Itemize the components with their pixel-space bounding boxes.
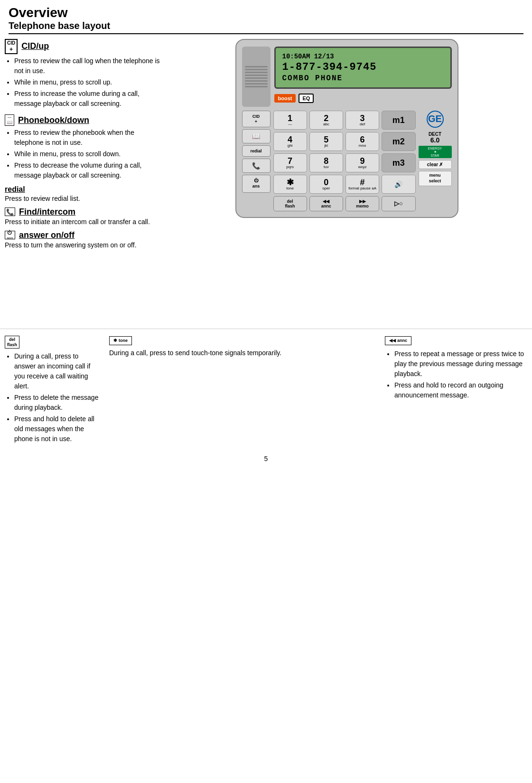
answer-label-row: ⏻ans answer on/off bbox=[5, 230, 161, 240]
clear-button[interactable]: clear ✗ bbox=[419, 160, 452, 169]
key-7-button[interactable]: 7 pqrs bbox=[273, 153, 307, 172]
phonebook-button[interactable]: 📖 bbox=[242, 129, 271, 143]
pb-bullet-2: While in menu, press to scroll down. bbox=[14, 149, 161, 159]
key-5-main: 5 bbox=[324, 135, 328, 144]
key-0-button[interactable]: 0 oper bbox=[309, 175, 343, 194]
key-6-button[interactable]: 6 mno bbox=[345, 132, 379, 151]
annc-icon-badge: ◀◀ bbox=[389, 338, 396, 343]
memo-button[interactable]: ▶▶ memo bbox=[345, 196, 379, 211]
key-8-main: 8 bbox=[324, 156, 328, 166]
annc-bullets: Press to repeat a message or press twice… bbox=[385, 349, 527, 400]
pb-bullet-1: Press to review the phonebook when the t… bbox=[14, 128, 161, 148]
key-9-main: 9 bbox=[360, 156, 365, 166]
key-hash-button[interactable]: # format pause aA bbox=[345, 175, 379, 194]
tone-label: tone bbox=[119, 338, 128, 343]
key-2-button[interactable]: 2 abc bbox=[309, 111, 343, 130]
menu-select-button[interactable]: menu select bbox=[419, 171, 452, 186]
key-1-button[interactable]: 1 — bbox=[273, 111, 307, 130]
key-3-button[interactable]: 3 def bbox=[345, 111, 379, 130]
menu-label: menu bbox=[429, 173, 440, 178]
energy-star-badge: ENERGY★STAR bbox=[419, 146, 452, 158]
key-2-main: 2 bbox=[324, 113, 328, 123]
del-bullet-3: Press and hold to delete all old message… bbox=[14, 414, 100, 444]
cid-button[interactable]: CID + bbox=[242, 111, 271, 128]
dect-badge: DECT 6.0 bbox=[419, 132, 452, 144]
play-icon: ▷○ bbox=[394, 200, 403, 207]
speaker-grill bbox=[242, 47, 271, 107]
page-header: Overview Telephone base layout bbox=[0, 0, 532, 39]
tone-description: During a call, press to send touch-tone … bbox=[109, 349, 375, 357]
ge-logo: GE bbox=[427, 111, 444, 128]
page-number: 5 bbox=[0, 455, 532, 462]
grill-line-7 bbox=[245, 83, 268, 85]
key-m1-main: m1 bbox=[392, 115, 405, 125]
left-column: CID + CID/up Press to review the call lo… bbox=[5, 39, 166, 254]
find-intercom-button[interactable]: 📞 bbox=[242, 159, 271, 173]
key-hash-sub: format pause aA bbox=[347, 187, 378, 190]
key-m1-button[interactable]: m1 bbox=[382, 111, 415, 130]
cid-bullet-1: Press to review the call log when the te… bbox=[14, 56, 161, 76]
key-speaker-button[interactable]: 🔊 bbox=[382, 175, 415, 194]
answer-heading: answer on/off bbox=[19, 230, 75, 240]
answer-icon: ⏻ans bbox=[7, 230, 13, 240]
cid-badge-top: CID bbox=[7, 40, 15, 46]
annc-badge-text: annc bbox=[397, 338, 407, 343]
key-8-button[interactable]: 8 tuv bbox=[309, 153, 343, 172]
annc-bullet-2: Press and hold to record an outgoing ann… bbox=[394, 380, 527, 400]
grill-line-2 bbox=[245, 69, 268, 70]
bottom-row: del flash ◀◀ annc ▶▶ memo bbox=[273, 196, 416, 211]
phonebook-section: — 📖 Phonebook/down Press to review the p… bbox=[5, 114, 161, 180]
phonebook-label-row: — 📖 Phonebook/down bbox=[5, 114, 161, 126]
tone-star: ✱ bbox=[113, 338, 117, 343]
page-title: Overview bbox=[9, 6, 523, 20]
find-label-row: 📞 Find/intercom bbox=[5, 207, 161, 217]
key-4-button[interactable]: 4 ghi bbox=[273, 132, 307, 151]
redial-button[interactable]: redial bbox=[242, 145, 271, 157]
cid-heading: CID/up bbox=[21, 41, 49, 51]
speaker-icon: 🔊 bbox=[394, 180, 402, 188]
boost-button[interactable]: boost bbox=[274, 94, 296, 103]
key-1-main: 1 bbox=[288, 113, 292, 123]
main-layout: CID + CID/up Press to review the call lo… bbox=[0, 39, 532, 324]
boost-eq-row: boost EQ bbox=[274, 94, 452, 103]
del-flash-button[interactable]: del flash bbox=[273, 196, 307, 211]
memo-label: memo bbox=[356, 204, 369, 208]
key-6-sub: mno bbox=[347, 144, 378, 148]
play-stop-button[interactable]: ▷○ bbox=[382, 196, 415, 211]
keypad-grid: 1 — 2 abc 3 def bbox=[273, 111, 416, 194]
key-5-button[interactable]: 5 jkl bbox=[309, 132, 343, 151]
annc-bullet-1: Press to repeat a message or press twice… bbox=[394, 349, 527, 379]
clear-icon: ✗ bbox=[439, 162, 443, 167]
key-3-sub: def bbox=[347, 123, 378, 126]
select-label: select bbox=[429, 179, 441, 183]
del-label: del bbox=[287, 199, 293, 204]
bottom-section: del flash During a call, press to answer… bbox=[0, 329, 532, 451]
grill-line-8 bbox=[245, 86, 268, 87]
annc-button[interactable]: ◀◀ annc bbox=[309, 196, 343, 211]
phonebook-badge: — 📖 bbox=[5, 114, 14, 126]
answer-button[interactable]: ⏻ ans bbox=[242, 175, 271, 192]
key-9-sub: wxyz bbox=[347, 165, 378, 169]
del-flash-bullets: During a call, press to answer an incomi… bbox=[5, 351, 100, 444]
ans-label: ans bbox=[252, 184, 260, 189]
screen-name: COMBO PHONE bbox=[282, 74, 444, 83]
keypad-left-buttons: CID + 📖 redial 📞 ⏻ bbox=[242, 111, 271, 211]
key-hash-main: # bbox=[360, 178, 365, 187]
annc-icon: ◀◀ bbox=[323, 199, 329, 204]
annc-label: annc bbox=[321, 204, 331, 208]
eq-button[interactable]: EQ bbox=[299, 94, 314, 103]
find-icon: 📞 bbox=[6, 208, 14, 216]
key-star-button[interactable]: ✱ tone bbox=[273, 175, 307, 194]
key-2-sub: abc bbox=[311, 123, 342, 126]
phonebook-bullet-list: Press to review the phonebook when the t… bbox=[5, 128, 161, 180]
cid-bullet-list: Press to review the call log when the te… bbox=[5, 56, 161, 109]
phone-mid-row: CID + 📖 redial 📞 ⏻ bbox=[242, 111, 452, 211]
redial-text: Press to review redial list. bbox=[5, 195, 161, 202]
cid-label-row: CID + CID/up bbox=[5, 39, 161, 54]
key-4-main: 4 bbox=[288, 135, 292, 144]
key-7-main: 7 bbox=[288, 156, 292, 166]
key-m2-button[interactable]: m2 bbox=[382, 132, 415, 151]
key-9-button[interactable]: 9 wxyz bbox=[345, 153, 379, 172]
cid-btn-plus: + bbox=[255, 119, 257, 124]
key-m3-button[interactable]: m3 bbox=[382, 153, 415, 172]
